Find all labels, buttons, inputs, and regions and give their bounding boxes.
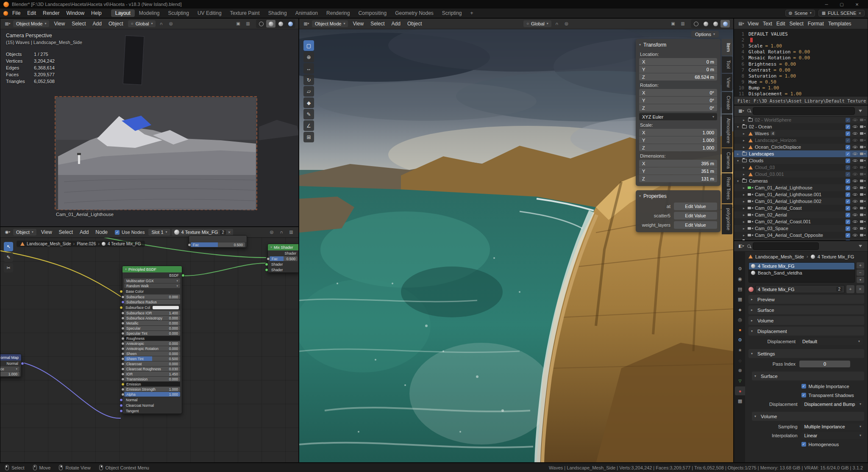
mode-dropdown[interactable]: Object Mode <box>312 20 348 27</box>
sampling-dropdown[interactable]: Multiple Importance <box>801 423 864 430</box>
outliner-row[interactable]: 02 - WorldSphere <box>734 117 868 123</box>
displacement-dropdown[interactable]: Default <box>799 338 863 345</box>
material-name-field[interactable]: 4 Texture Mix_FG 2 <box>755 285 845 293</box>
node-socket-row[interactable]: Emission <box>124 382 180 386</box>
shading-solid-button[interactable] <box>266 20 275 28</box>
workspace-tab[interactable]: Animation <box>291 9 322 17</box>
viewport-menu-item[interactable]: View <box>50 20 68 27</box>
node-socket-row[interactable]: Tangent <box>122 408 182 414</box>
editor-type-text-icon[interactable] <box>737 20 746 28</box>
node-socket-row[interactable]: Roughness <box>124 336 180 341</box>
properties-tab[interactable] <box>735 295 745 304</box>
outliner-row[interactable]: Cam_01_Aerial_Lighthouse <box>734 184 868 191</box>
node-socket-row[interactable]: Transmission0.000 <box>124 377 180 381</box>
node-socket-row[interactable]: BSDF <box>122 272 182 278</box>
shading-wireframe-button[interactable] <box>256 20 266 28</box>
render-visibility-icon[interactable] <box>860 199 865 203</box>
outliner-row[interactable]: Landscapes <box>734 150 868 157</box>
viewport-tool-button[interactable] <box>303 86 314 97</box>
dimension-field[interactable]: X395 m <box>639 160 717 167</box>
selectability-checkbox-icon[interactable] <box>846 192 850 197</box>
properties-tab[interactable] <box>735 325 745 334</box>
viewport-menu-item[interactable]: Add <box>388 20 404 27</box>
hide-eye-icon[interactable] <box>852 226 858 231</box>
unlink-material-button[interactable] <box>856 285 864 293</box>
render-visibility-icon[interactable] <box>860 138 865 142</box>
new-material-button[interactable] <box>846 285 854 293</box>
workspace-tab[interactable]: UV Editing <box>193 9 226 17</box>
outliner-row[interactable]: Cam_04_Aerial_Coast_Opposite <box>734 232 868 239</box>
section-surface[interactable]: Surface <box>748 305 864 314</box>
blender-menu-icon[interactable] <box>3 11 8 16</box>
gizmo-toggle-icon[interactable] <box>234 20 242 28</box>
location-field[interactable]: X0 m <box>639 58 717 65</box>
edit-value-button[interactable]: Edit Value <box>674 203 717 210</box>
properties-tab[interactable] <box>735 366 745 375</box>
main-menu-item[interactable]: Help <box>88 10 105 17</box>
row-label[interactable]: Ocean_CircleDisplace <box>755 144 801 150</box>
outliner-row[interactable]: Cameras <box>734 178 868 184</box>
hide-eye-icon[interactable] <box>852 144 858 150</box>
workspace-tab[interactable]: Shading <box>264 9 291 17</box>
selectability-checkbox-icon[interactable] <box>846 199 850 204</box>
selectability-checkbox-icon[interactable] <box>846 226 850 231</box>
section-settings-surface[interactable]: Surface <box>752 372 864 380</box>
edit-value-button[interactable]: Edit Value <box>674 221 717 229</box>
node-socket-row[interactable]: Subsurface Col <box>122 305 182 310</box>
node-header[interactable]: Principled BSDF <box>122 266 182 272</box>
properties-panel-header[interactable]: Properties <box>639 192 717 201</box>
selectability-checkbox-icon[interactable] <box>846 145 850 150</box>
rotation-mode-dropdown[interactable]: XYZ Euler <box>639 113 717 120</box>
text-menu-item[interactable]: Edit <box>774 20 787 27</box>
node-socket-row[interactable]: Multiscatter GGX <box>124 278 180 283</box>
selectability-checkbox-icon[interactable] <box>846 158 850 163</box>
sidebar-tab[interactable]: Camera <box>722 148 732 172</box>
viewport-tool-button[interactable] <box>303 75 314 85</box>
node-socket-row[interactable]: Shader <box>268 267 299 272</box>
collapse-icon[interactable] <box>125 268 127 271</box>
expand-arrow-icon[interactable] <box>742 145 746 149</box>
sidebar-tab[interactable]: polygonise <box>722 204 732 234</box>
row-label[interactable]: Cam_03_Space <box>755 226 788 231</box>
row-label[interactable]: Cam_02_Aerial <box>755 212 787 217</box>
node-socket-row[interactable]: Emission Strength1.000 <box>124 387 180 391</box>
sidebar-tab[interactable]: Item <box>722 39 732 56</box>
hide-eye-icon[interactable] <box>852 233 858 238</box>
hide-eye-icon[interactable] <box>852 172 858 177</box>
code-line[interactable]: 5 Mosaic Rotation = 0.00 <box>734 55 868 61</box>
use-nodes-checkbox[interactable]: Use Nodes <box>115 230 145 235</box>
node-tool-button[interactable] <box>4 242 13 251</box>
selectability-checkbox-icon[interactable] <box>846 219 850 224</box>
expand-arrow-icon[interactable] <box>736 152 740 156</box>
outliner-row[interactable]: 02 - Ocean <box>734 123 868 130</box>
outliner-row[interactable]: Clouds <box>734 157 868 164</box>
render-visibility-icon[interactable] <box>860 152 865 156</box>
code-area[interactable]: 1 DEFAULT VALUES 2 3 Scal <box>734 29 868 105</box>
proportional-edit-icon[interactable] <box>167 20 175 28</box>
selectability-checkbox-icon[interactable] <box>846 186 850 190</box>
pass-index-field[interactable]: 0 <box>799 361 850 367</box>
material-slot-row[interactable]: 4 Texture Mix_FG <box>749 263 854 269</box>
render-visibility-icon[interactable] <box>860 165 865 169</box>
viewport-tool-button[interactable] <box>303 132 314 142</box>
slot-specials-button[interactable] <box>857 277 864 283</box>
render-visibility-icon[interactable] <box>860 192 865 197</box>
row-label[interactable]: Cam_04_Aerial_Coast_Opposite <box>755 233 823 238</box>
scale-field[interactable]: X1.000 <box>639 129 717 136</box>
main-menu-item[interactable]: Render <box>39 10 63 17</box>
properties-tab[interactable] <box>735 285 745 294</box>
row-label[interactable]: Landscape_Horizon <box>755 138 796 143</box>
shading-material-button[interactable] <box>711 20 720 28</box>
viewport-menu-item[interactable]: Object <box>404 20 426 27</box>
code-line[interactable]: 6 Brightness = 0.00 <box>734 61 868 67</box>
snap-magnet-icon[interactable] <box>157 20 165 28</box>
hide-eye-icon[interactable] <box>852 131 858 136</box>
hide-eye-icon[interactable] <box>852 192 858 197</box>
render-visibility-icon[interactable] <box>860 233 865 237</box>
row-label[interactable]: 02 - Ocean <box>749 124 772 129</box>
viewport-menu-item[interactable]: View <box>349 20 367 27</box>
workspace-tab[interactable]: + <box>466 9 478 17</box>
editor-type-outliner-icon[interactable] <box>737 107 746 115</box>
properties-search-input[interactable] <box>753 242 819 250</box>
location-field[interactable]: Z68.524 m <box>639 73 717 81</box>
